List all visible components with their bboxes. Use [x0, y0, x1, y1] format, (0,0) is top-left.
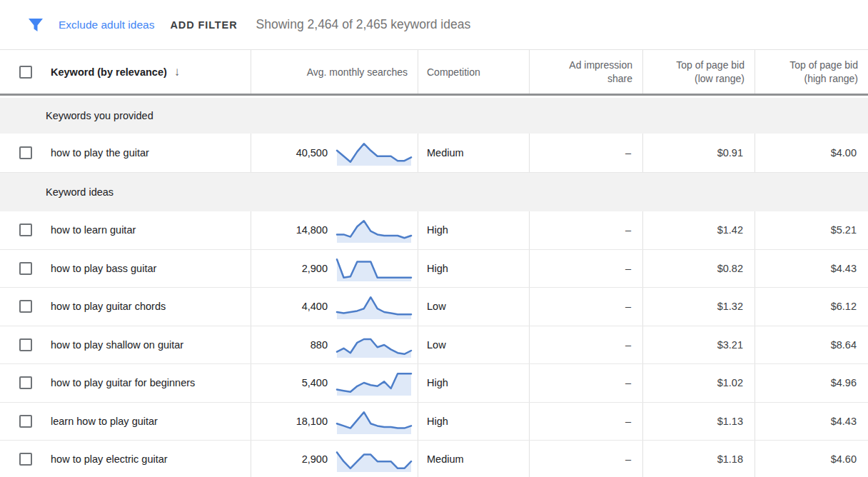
avg-searches-value: 40,500	[296, 147, 328, 159]
table-row: how to play the guitar 40,500 Medium – $…	[0, 134, 868, 173]
high-bid-cell: $6.12	[755, 288, 868, 326]
avg-searches-cell: 2,900	[251, 250, 418, 288]
row-checkbox[interactable]	[19, 300, 32, 313]
table-row: how to learn guitar 14,800 High – $1.42 …	[0, 211, 868, 250]
header-top-of-page-bid-low[interactable]: Top of page bid (low range)	[643, 50, 755, 94]
keyword-text: how to play electric guitar	[51, 453, 168, 465]
select-all-checkbox[interactable]	[19, 66, 32, 79]
keyword-text: learn how to play guitar	[51, 416, 158, 427]
keyword-text: how to play bass guitar	[51, 263, 156, 274]
keyword-cell: how to play shallow on guitar	[0, 326, 251, 364]
keyword-cell: how to play guitar for beginners	[0, 364, 251, 402]
table-header: Keyword (by relevance) ↓ Avg. monthly se…	[0, 50, 868, 96]
header-keyword-label[interactable]: Keyword (by relevance)	[51, 66, 167, 78]
ad-impression-share-cell: –	[530, 211, 643, 249]
avg-searches-value: 2,900	[302, 453, 328, 465]
high-bid-cell: $8.64	[755, 326, 868, 364]
header-top-of-page-bid-high[interactable]: Top of page bid (high range)	[755, 50, 868, 94]
ad-impression-share-cell: –	[530, 441, 643, 477]
row-checkbox[interactable]	[19, 376, 32, 389]
high-bid-cell: $4.43	[755, 250, 868, 288]
filter-toolbar: Exclude adult ideas ADD FILTER Showing 2…	[0, 0, 868, 50]
low-bid-cell: $1.32	[643, 288, 755, 326]
search-trend-sparkline	[335, 368, 413, 397]
avg-searches-cell: 14,800	[251, 211, 418, 249]
high-bid-cell: $5.21	[755, 211, 868, 249]
showing-count-text: Showing 2,464 of 2,465 keyword ideas	[256, 17, 471, 32]
row-checkbox[interactable]	[19, 415, 32, 428]
table-row: how to play electric guitar 2,900 Medium…	[0, 441, 868, 477]
header-avg-label: Avg. monthly searches	[307, 66, 408, 78]
header-keyword: Keyword (by relevance) ↓	[0, 50, 251, 94]
header-competition-label: Competition	[427, 66, 480, 78]
header-ad-impression-label: Ad impression share	[548, 59, 632, 86]
header-avg-monthly-searches[interactable]: Avg. monthly searches	[251, 50, 418, 94]
table-row: how to play bass guitar 2,900 High – $0.…	[0, 250, 868, 288]
header-high-bid-label: Top of page bid (high range)	[774, 59, 858, 86]
row-checkbox[interactable]	[19, 224, 32, 236]
keyword-planner-results: Exclude adult ideas ADD FILTER Showing 2…	[0, 0, 868, 477]
search-trend-sparkline	[335, 292, 413, 321]
exclude-adult-ideas-link[interactable]: Exclude adult ideas	[59, 19, 154, 31]
low-bid-cell: $1.02	[643, 364, 755, 402]
search-trend-sparkline	[335, 216, 413, 244]
header-ad-impression-share[interactable]: Ad impression share	[530, 50, 643, 94]
avg-searches-value: 4,400	[302, 301, 328, 312]
avg-searches-value: 18,100	[296, 416, 328, 427]
competition-cell: Low	[418, 326, 530, 364]
section-keyword-ideas: Keyword ideas	[0, 173, 868, 211]
competition-cell: Low	[418, 288, 530, 326]
table-row: how to play guitar chords 4,400 Low – $1…	[0, 288, 868, 326]
add-filter-button[interactable]: ADD FILTER	[170, 19, 237, 31]
avg-searches-value: 2,900	[302, 263, 328, 274]
avg-searches-cell: 5,400	[251, 364, 418, 402]
avg-searches-cell: 18,100	[251, 403, 418, 441]
table-row: how to play guitar for beginners 5,400 H…	[0, 364, 868, 403]
low-bid-cell: $1.42	[643, 211, 755, 249]
search-trend-sparkline	[335, 331, 413, 359]
search-trend-sparkline	[335, 407, 413, 436]
ad-impression-share-cell: –	[530, 326, 643, 364]
search-trend-sparkline	[335, 139, 413, 167]
avg-searches-cell: 4,400	[251, 288, 418, 326]
table-row: learn how to play guitar 18,100 High – $…	[0, 403, 868, 441]
low-bid-cell: $0.82	[643, 250, 755, 288]
row-checkbox[interactable]	[19, 338, 32, 351]
keyword-cell: how to learn guitar	[0, 211, 251, 249]
avg-searches-cell: 2,900	[251, 441, 418, 477]
keyword-text: how to play guitar chords	[51, 301, 166, 312]
row-checkbox[interactable]	[19, 453, 32, 466]
avg-searches-value: 5,400	[302, 377, 328, 388]
ad-impression-share-cell: –	[530, 364, 643, 402]
competition-cell: High	[418, 250, 530, 288]
avg-searches-cell: 880	[251, 326, 418, 364]
table-row: how to play shallow on guitar 880 Low – …	[0, 326, 868, 365]
keyword-cell: how to play the guitar	[0, 134, 251, 172]
row-checkbox[interactable]	[19, 262, 32, 275]
ad-impression-share-cell: –	[530, 288, 643, 326]
sort-descending-icon[interactable]: ↓	[174, 65, 181, 79]
avg-searches-value: 880	[311, 339, 328, 351]
high-bid-cell: $4.43	[755, 403, 868, 441]
keyword-text: how to learn guitar	[51, 224, 136, 236]
high-bid-cell: $4.96	[755, 364, 868, 402]
header-competition[interactable]: Competition	[418, 50, 530, 94]
competition-cell: Medium	[418, 134, 530, 172]
competition-cell: High	[418, 364, 530, 402]
keyword-cell: learn how to play guitar	[0, 403, 251, 441]
keyword-text: how to play guitar for beginners	[51, 377, 195, 388]
low-bid-cell: $1.13	[643, 403, 755, 441]
low-bid-cell: $0.91	[643, 134, 755, 172]
keyword-cell: how to play guitar chords	[0, 288, 251, 326]
ad-impression-share-cell: –	[530, 250, 643, 288]
row-checkbox[interactable]	[19, 146, 32, 159]
low-bid-cell: $3.21	[643, 326, 755, 364]
high-bid-cell: $4.60	[755, 441, 868, 477]
competition-cell: High	[418, 211, 530, 249]
ad-impression-share-cell: –	[530, 134, 643, 172]
low-bid-cell: $1.18	[643, 441, 755, 477]
header-low-bid-label: Top of page bid (low range)	[660, 59, 745, 86]
section-keywords-you-provided: Keywords you provided	[0, 98, 868, 134]
keyword-text: how to play the guitar	[51, 147, 149, 159]
keyword-text: how to play shallow on guitar	[51, 339, 183, 351]
